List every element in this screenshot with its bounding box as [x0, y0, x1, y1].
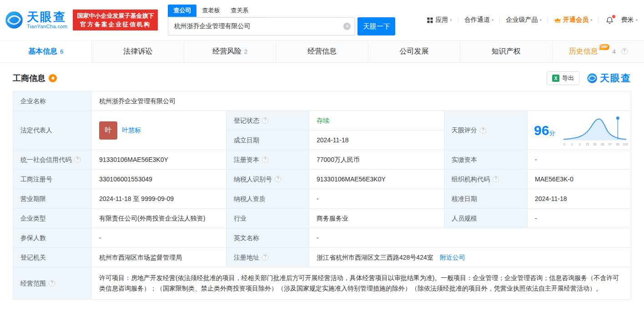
tick-label: 3 [579, 143, 581, 146]
label-taxpayer-id: 纳税人识别号 ? [226, 170, 309, 189]
help-icon[interactable]: ? [262, 254, 268, 261]
search-tab-company[interactable]: 查公司 [168, 5, 196, 17]
address-text: 浙江省杭州市西湖区文三西路428号424室 [317, 253, 433, 262]
label-text: 工商注册号 [20, 175, 52, 184]
chevron-down-icon: ▾ [635, 18, 638, 22]
help-icon[interactable]: ? [74, 156, 80, 163]
help-icon[interactable]: ? [262, 117, 268, 124]
help-icon[interactable]: ? [493, 176, 499, 182]
tab-legal-lawsuits[interactable]: 法律诉讼 [92, 40, 184, 62]
tianyancha-eye-icon [587, 73, 598, 84]
label-text: 登记状态 [234, 116, 259, 125]
tianyancha-logo[interactable]: 天眼查 TianYanCha.com [5, 10, 67, 30]
chevron-down-icon: ▾ [450, 18, 452, 22]
help-icon[interactable]: ? [275, 176, 281, 182]
logo-brand-text: 天眼查 [27, 11, 67, 23]
certification-badge: 国家中小企业发展子基金旗下 官方备案企业征信机构 [73, 10, 158, 30]
tab-operation-info[interactable]: 经营信息 [276, 40, 368, 62]
value-registered-capital: 77000万人民币 [309, 150, 444, 170]
label-registered-address: 注册地址 ? [226, 248, 309, 267]
value-paid-capital: - [528, 150, 631, 170]
value-tianyan-score[interactable]: 96分 0 1 3 15 50 65 97 99 100 [528, 111, 631, 150]
tick-label: 100 [623, 143, 628, 146]
nav-open-vip[interactable]: 开通会员 ▾ [554, 16, 593, 24]
username: 费米 [621, 16, 634, 24]
section-header: 工商信息 X 导出 [13, 63, 631, 91]
subscribe-bell-icon[interactable] [49, 74, 57, 82]
nav-enterprise-products[interactable]: 企业级产品 ▾ [506, 16, 542, 24]
tab-intellectual-property[interactable]: 知识产权 [460, 40, 552, 62]
clear-search-icon[interactable]: ✕ [343, 23, 351, 30]
cert-line1: 国家中小企业发展子基金旗下 [77, 11, 154, 20]
tianyancha-watermark: 天眼查 [587, 72, 631, 85]
cert-line2: 官方备案企业征信机构 [77, 20, 154, 29]
label-text: 纳税人识别号 [234, 175, 272, 184]
label-credit-code: 统一社会信用代码 ? [13, 150, 92, 170]
nav-vip-label: 开通会员 [563, 16, 589, 24]
search-tab-relation[interactable]: 查关系 [225, 5, 254, 17]
label-legal-representative: 法定代表人 [13, 111, 92, 150]
value-industry: 商务服务业 [309, 209, 444, 228]
divider [499, 17, 500, 23]
tab-basic-info[interactable]: 基本信息 6 [0, 40, 92, 62]
export-button[interactable]: X 导出 [547, 71, 579, 85]
tab-company-development[interactable]: 公司发展 [368, 40, 460, 62]
help-icon[interactable]: ? [480, 127, 486, 134]
status-badge: 存续 [317, 116, 329, 125]
label-text: 登记机关 [20, 253, 46, 262]
tab-operation-risk[interactable]: 经营风险 2 [184, 40, 276, 62]
search-tab-boss[interactable]: 查老板 [196, 5, 225, 17]
chevron-down-icon: ▾ [492, 18, 494, 22]
label-text: 注册地址 [234, 253, 259, 262]
score-number: 96分 [534, 120, 555, 140]
score-unit: 分 [549, 130, 555, 136]
excel-icon: X [552, 75, 559, 82]
help-icon[interactable]: ? [49, 280, 55, 286]
search-area: 查公司 查老板 查关系 ✕ 天眼一下 [168, 5, 395, 35]
tab-label: 经营信息 [307, 47, 337, 56]
label-text: 纳税人资质 [234, 194, 266, 204]
tab-label: 法律诉讼 [123, 47, 152, 56]
legal-rep-avatar[interactable]: 叶 [99, 121, 117, 140]
top-header: 天眼查 TianYanCha.com 国家中小企业发展子基金旗下 官方备案企业征… [0, 0, 644, 40]
nav-partner-channel[interactable]: 合作通道 ▾ [464, 16, 494, 24]
business-info-table: 企业名称 杭州浙乔企业管理有限公司 法定代表人 叶 叶慧标 登记状态 ? 存续 … [13, 91, 631, 300]
help-icon[interactable]: ? [262, 156, 268, 163]
label-registration-status: 登记状态 ? [226, 111, 309, 130]
label-organization-code: 组织机构代码 ? [444, 170, 528, 189]
nav-enterprise-label: 企业级产品 [506, 16, 538, 24]
search-input-wrap: ✕ [168, 17, 355, 35]
value-organization-code: MAE56E3K-0 [528, 170, 631, 189]
score-value: 96 [534, 123, 549, 138]
nav-user-account[interactable]: 费米 ▾ [621, 16, 638, 24]
notifications-bell[interactable] [604, 15, 615, 25]
label-insured-number: 参保人数 [13, 228, 92, 248]
label-text: 实缴资本 [452, 155, 477, 165]
logo-text: 天眼查 TianYanCha.com [27, 11, 67, 29]
value-company-type: 有限责任公司(外商投资企业法人独资) [92, 209, 226, 228]
nav-apps-label: 应用 [435, 16, 448, 24]
value-taxpayer-qualification: - [309, 189, 444, 209]
label-staff-size: 人员规模 [444, 209, 528, 228]
tab-label: 经营风险 [212, 47, 241, 56]
divider [598, 17, 599, 23]
legal-rep-link[interactable]: 叶慧标 [122, 125, 141, 135]
search-input[interactable] [168, 17, 355, 35]
label-registered-capital: 注册资本 ? [226, 150, 309, 170]
label-company-type: 企业类型 [13, 209, 92, 228]
value-legal-representative: 叶 叶慧标 [92, 111, 226, 150]
label-text: 英文名称 [234, 233, 259, 243]
value-registration-status: 存续 [309, 111, 444, 130]
nav-apps[interactable]: 应用 ▾ [427, 16, 452, 24]
value-approval-date: 2024-11-18 [528, 189, 631, 209]
search-button[interactable]: 天眼一下 [357, 17, 395, 35]
search-row: ✕ 天眼一下 [168, 17, 395, 35]
label-paid-capital: 实缴资本 [444, 150, 528, 170]
top-nav: 应用 ▾ 合作通道 ▾ 企业级产品 ▾ 开通会员 ▾ [427, 15, 638, 25]
nearby-companies-link[interactable]: 附近公司 [440, 253, 465, 262]
tab-label: 基本信息 [28, 47, 57, 56]
tab-history-info[interactable]: 历史信息 VIP 4 ? [553, 40, 644, 62]
label-registration-authority: 登记机关 [13, 248, 92, 267]
help-icon[interactable]: ? [621, 48, 628, 55]
tick-label: 0 [564, 143, 565, 146]
